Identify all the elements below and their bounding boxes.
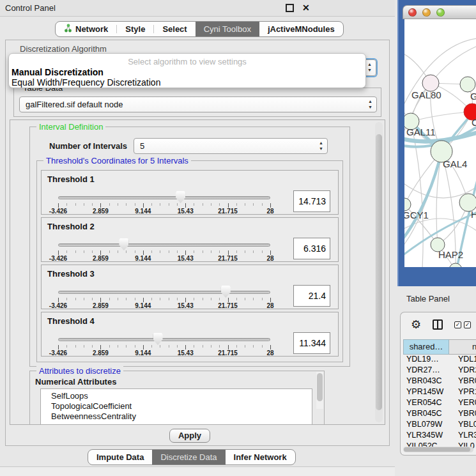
table-row[interactable]: YLR345WYLR3	[403, 431, 476, 441]
close-icon[interactable]: ✕	[302, 4, 311, 12]
threshold-value-field[interactable]: 6.316	[293, 238, 330, 259]
bottom-tab-impute-data[interactable]: Impute Data	[88, 450, 152, 464]
slider-tick	[151, 250, 152, 253]
slider-tick	[143, 250, 144, 255]
slider-tick-label: 15.43	[171, 208, 200, 215]
slider-tick	[169, 203, 169, 206]
algorithm-dropdown-popup: Select algorithm to view settings Manual…	[8, 53, 366, 88]
threshold-slider-track[interactable]	[58, 291, 270, 294]
top-tab-select[interactable]: Select	[154, 22, 195, 36]
horizontal-scrollbar[interactable]	[403, 447, 473, 452]
slider-tick	[84, 298, 84, 300]
graph-node-5[interactable]	[404, 198, 411, 211]
threshold-value-field[interactable]: 11.344	[293, 332, 330, 354]
slider-tick-label: 21.715	[213, 302, 243, 309]
table-row[interactable]: YBR045CYBR0	[403, 409, 476, 420]
bottom-tab-infer-network[interactable]: Infer Network	[226, 450, 295, 464]
attribute-list-item[interactable]: SelfLoops	[41, 391, 312, 401]
slider-tick	[66, 298, 67, 300]
slider-tick	[236, 203, 237, 206]
threshold-slider-thumb[interactable]	[221, 286, 231, 298]
threshold-slider-thumb[interactable]	[119, 238, 128, 250]
slider-tick	[126, 345, 127, 348]
slider-tick	[58, 250, 59, 255]
slider-tick	[160, 250, 160, 253]
close-traffic-icon[interactable]	[408, 8, 417, 17]
table-cell: YBL0	[449, 420, 476, 431]
table-data-selected-value: galFiltered.sif default node	[26, 100, 123, 109]
application-window: Control Panel ✕ NetworkStyleSelectCyni T…	[0, 0, 476, 476]
gear-icon[interactable]: ⚙	[411, 318, 421, 332]
top-tab-network[interactable]: Network	[56, 22, 116, 36]
top-tab-jactivemnodules[interactable]: jActiveMNodules	[259, 22, 343, 36]
slider-tick	[270, 203, 271, 208]
threshold-value-field[interactable]: 21.4	[293, 285, 330, 307]
graph-edge	[411, 112, 472, 121]
zoom-traffic-icon[interactable]	[436, 8, 445, 17]
interval-definition-group: Interval Definition Number of Intervals …	[29, 127, 350, 367]
slider-tick	[262, 298, 263, 300]
slider-tick	[160, 203, 160, 206]
table-row[interactable]: YBR043CYBR0	[403, 376, 476, 387]
slider-tick	[66, 250, 67, 253]
slider-tick	[75, 298, 76, 300]
checkbox-icon[interactable]: ✓	[454, 321, 461, 328]
table-row[interactable]: YBL079WYBL0	[403, 420, 476, 431]
minimize-traffic-icon[interactable]	[422, 8, 431, 17]
menu-item-equal-width-frequency[interactable]: Equal Width/Frequency Discretization	[12, 77, 160, 88]
table-row[interactable]: YDL19…YDL1	[403, 355, 476, 365]
threshold-slider-thumb[interactable]	[153, 333, 163, 345]
attribute-list-item[interactable]: BetweennessCentrality	[41, 411, 312, 422]
graph-node-1[interactable]	[460, 77, 475, 92]
threshold-value-field[interactable]: 14.713	[293, 190, 330, 212]
column-header-n[interactable]: n	[449, 339, 476, 355]
table-cell: YDR27…	[403, 365, 449, 376]
horizontal-scrollbar-thumb[interactable]	[404, 447, 470, 452]
network-icon	[64, 24, 75, 35]
slider-tick	[245, 203, 245, 206]
number-of-intervals-label: Number of Intervals	[49, 141, 127, 151]
slider-tick	[169, 298, 169, 300]
slider-tick	[66, 203, 67, 206]
slider-tick	[151, 203, 152, 206]
network-window-titlebar[interactable]	[403, 5, 476, 19]
column-header-shared[interactable]: shared…	[403, 339, 449, 355]
threshold-label: Threshold 1	[47, 174, 95, 184]
top-tab-cyni-toolbox[interactable]: Cyni Toolbox	[196, 22, 259, 36]
top-tab-style[interactable]: Style	[117, 22, 153, 36]
float-panel-icon[interactable]	[286, 4, 294, 12]
threshold-slider-track[interactable]	[58, 196, 270, 199]
menu-item-manual-discretization[interactable]: Manual Discretization	[12, 67, 104, 77]
slider-tick	[219, 203, 220, 206]
checkbox-icon[interactable]: ✓	[464, 321, 471, 328]
apply-button[interactable]: Apply	[169, 429, 210, 443]
slider-tick	[135, 345, 135, 348]
split-columns-icon[interactable]	[433, 319, 443, 330]
attribute-list-item[interactable]: TopologicalCoefficient	[41, 401, 312, 411]
table-row[interactable]: YPR145WYPR1	[403, 387, 476, 398]
slider-tick-label: 9.144	[128, 255, 158, 262]
table-cell: YPR145W	[403, 387, 449, 398]
table-data-select[interactable]: galFiltered.sif default node ▲▼	[19, 96, 377, 112]
slider-tick-label: -3.426	[43, 208, 73, 215]
control-panel-titlebar: Control Panel ✕	[0, 0, 395, 17]
threshold-slider-thumb[interactable]	[176, 191, 185, 203]
number-of-intervals-select[interactable]: 5 ▲▼	[134, 138, 328, 154]
network-canvas[interactable]: GAL80GACGAL11GAL4GCY1HHAP2	[404, 19, 476, 267]
list-scrollbar-thumb[interactable]	[317, 373, 323, 401]
slider-tick	[228, 203, 229, 208]
threshold-slider-track[interactable]	[58, 243, 270, 247]
table-row[interactable]: YDR27…YDR2	[403, 365, 476, 376]
graph-node-label: HAP2	[438, 249, 463, 260]
vertical-scrollbar-thumb[interactable]	[376, 134, 382, 410]
table-cell: YPR1	[449, 387, 476, 398]
slider-tick	[177, 250, 178, 253]
attributes-group: Attributes to discretize Numerical Attri…	[29, 371, 325, 425]
number-of-intervals-value: 5	[140, 141, 144, 151]
slider-tick-label: -3.426	[43, 302, 73, 309]
slider-tick-label: 28	[256, 302, 285, 309]
table-row[interactable]: YER054CYER0	[403, 398, 476, 409]
bottom-tab-discretize-data[interactable]: Discretize Data	[152, 450, 225, 464]
slider-tick-label: 2.859	[86, 302, 115, 309]
threshold-slider-track[interactable]	[58, 338, 270, 341]
